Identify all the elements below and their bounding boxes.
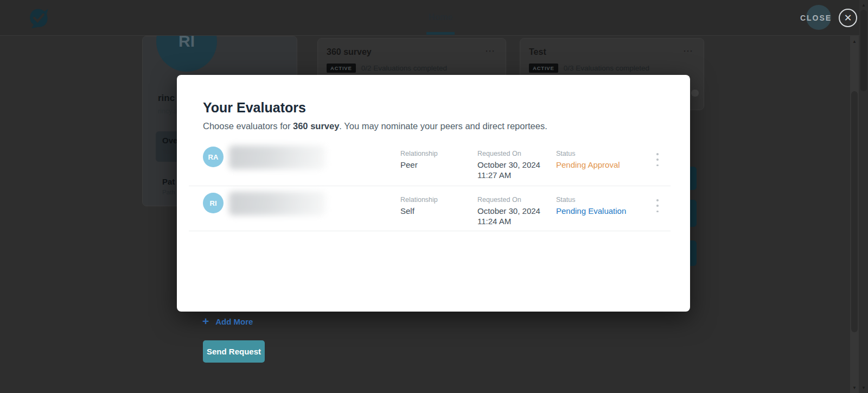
survey-card-test-detail-pill xyxy=(691,90,699,97)
your-evaluators-modal: Your Evaluators Choose evaluators for 36… xyxy=(177,75,690,312)
plus-icon: + xyxy=(202,316,209,327)
modal-subtitle-survey-name: 360 survey xyxy=(293,121,339,131)
add-more-label: Add More xyxy=(215,317,253,326)
survey-card-360-title: 360 survey xyxy=(327,47,372,57)
app-header: Home xyxy=(0,0,868,36)
content-scrollbar-thumb[interactable] xyxy=(851,91,858,332)
application-window: Home CLOSE ✕ RI rinc rincy.a Ove Your Pa… xyxy=(0,0,868,393)
kebab-menu-icon[interactable] xyxy=(653,153,662,166)
sidebar-item-path-sublabel: Path xyxy=(162,189,175,195)
evaluator-row: RI Relationship Self Requested On Octobe… xyxy=(189,186,671,231)
requested-time: 11:24 AM xyxy=(477,217,511,226)
status-badge-active: ACTIVE xyxy=(327,64,356,73)
status-label: Status xyxy=(556,196,575,204)
sidebar-item-path-label[interactable]: Pat xyxy=(162,177,175,186)
tab-home[interactable]: Home xyxy=(416,0,465,36)
app-logo-bird-icon xyxy=(27,6,50,30)
page-scrollbar-thumb[interactable] xyxy=(860,10,867,91)
status-value-pending-approval: Pending Approval xyxy=(556,160,620,169)
relationship-value: Peer xyxy=(400,160,418,169)
relationship-label: Relationship xyxy=(400,150,438,157)
requested-date: October 30, 2024 xyxy=(477,206,540,215)
survey-card-360-progress: 0/2 Evaluations completed xyxy=(361,64,447,72)
evaluator-avatar: RA xyxy=(203,147,224,167)
modal-subtitle: Choose evaluators for 360 survey. You ma… xyxy=(203,121,547,131)
requested-on-label: Requested On xyxy=(477,196,521,204)
status-badge-active: ACTIVE xyxy=(529,64,558,73)
status-label: Status xyxy=(556,150,575,157)
survey-card-test-menu-icon[interactable]: ⋯ xyxy=(683,47,694,55)
survey-card-test-title: Test xyxy=(529,47,546,57)
evaluator-avatar: RI xyxy=(203,193,224,213)
profile-email: rincy.a xyxy=(158,107,177,115)
relationship-label: Relationship xyxy=(400,196,438,204)
sidebar-item-overview-label: Ove xyxy=(162,136,177,145)
evaluator-name-redacted xyxy=(229,192,326,215)
send-request-button[interactable]: Send Request xyxy=(203,340,265,363)
requested-date: October 30, 2024 xyxy=(477,160,540,169)
page-scrollbar[interactable]: ▲ ▼ xyxy=(859,0,868,393)
profile-name: rinc xyxy=(158,93,175,104)
survey-card-test-progress: 0/3 Evaluations completed xyxy=(564,64,649,72)
scroll-down-icon[interactable]: ▼ xyxy=(850,385,859,390)
kebab-menu-icon[interactable] xyxy=(653,199,662,212)
scroll-down-icon[interactable]: ▼ xyxy=(859,385,868,390)
modal-subtitle-suffix: . You may nominate your peers and direct… xyxy=(339,121,547,131)
modal-subtitle-prefix: Choose evaluators for xyxy=(203,121,293,131)
evaluator-row: RA Relationship Peer Requested On Octobe… xyxy=(189,140,671,186)
survey-card-360-content: 360 survey ⋯ ACTIVE 0/2 Evaluations comp… xyxy=(327,47,496,73)
survey-card-test-content: Test ⋯ ACTIVE 0/3 Evaluations completed xyxy=(529,47,694,73)
requested-time: 11:27 AM xyxy=(477,170,511,180)
requested-on-label: Requested On xyxy=(477,150,521,157)
add-more-button[interactable]: + Add More xyxy=(202,316,253,327)
modal-title: Your Evaluators xyxy=(203,100,306,116)
scroll-up-icon[interactable]: ▲ xyxy=(859,3,868,8)
active-tab-underline xyxy=(426,32,455,35)
scroll-up-icon[interactable]: ▲ xyxy=(850,39,859,44)
status-value-pending-evaluation: Pending Evaluation xyxy=(556,206,626,215)
content-scrollbar[interactable]: ▲ ▼ xyxy=(850,36,859,393)
row-divider xyxy=(189,231,671,231)
survey-card-360-menu-icon[interactable]: ⋯ xyxy=(485,47,496,55)
close-button[interactable]: CLOSE xyxy=(794,14,838,22)
evaluator-name-redacted xyxy=(229,145,326,169)
sidebar-item-overview-sublabel: Your xyxy=(162,148,175,155)
relationship-value: Self xyxy=(400,206,414,215)
close-x-icon[interactable]: ✕ xyxy=(839,9,857,27)
tab-home-label: Home xyxy=(416,12,465,22)
